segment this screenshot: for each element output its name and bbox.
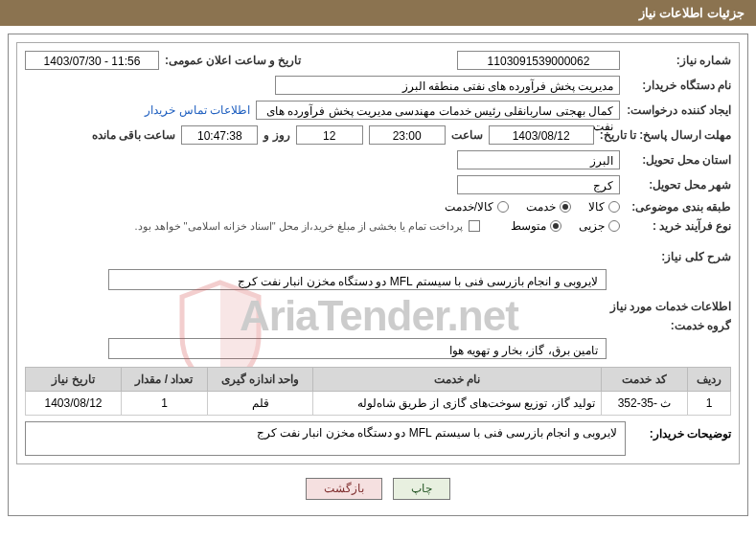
buyer-contact-link[interactable]: اطلاعات تماس خریدار <box>145 103 250 117</box>
services-section-title: اطلاعات خدمات مورد نیاز <box>25 300 731 313</box>
page-title: جزئیات اطلاعات نیاز <box>639 6 745 20</box>
cell-unit: قلم <box>208 392 313 416</box>
time-label: ساعت <box>451 128 483 142</box>
radio-circle-icon <box>497 201 509 213</box>
th-qty: تعداد / مقدار <box>122 368 208 392</box>
general-desc-label: شرح کلی نیاز: <box>626 250 731 263</box>
announce-datetime-value: 1403/07/30 - 11:56 <box>25 51 159 70</box>
radio-service-label: خدمت <box>526 200 556 214</box>
th-unit: واحد اندازه گیری <box>208 368 313 392</box>
row-general-desc: شرح کلی نیاز: <box>25 250 731 263</box>
province-label: استان محل تحویل: <box>626 153 731 167</box>
back-button[interactable]: بازگشت <box>306 478 382 500</box>
payment-note: پرداخت تمام یا بخشی از مبلغ خرید،از محل … <box>134 220 463 233</box>
print-button[interactable]: چاپ <box>393 478 450 500</box>
purchase-type-label: نوع فرآیند خرید : <box>626 219 731 233</box>
deadline-label: مهلت ارسال پاسخ: تا تاریخ: <box>600 128 731 142</box>
radio-medium[interactable]: متوسط <box>511 219 561 233</box>
services-table-wrap: ردیف کد خدمت نام خدمت واحد اندازه گیری ت… <box>25 367 731 416</box>
table-header-row: ردیف کد خدمت نام خدمت واحد اندازه گیری ت… <box>26 368 731 392</box>
main-panel: شماره نیاز: 1103091539000062 تاریخ و ساع… <box>16 42 740 464</box>
service-group-label: گروه خدمت: <box>626 319 731 332</box>
announce-datetime-label: تاریخ و ساعت اعلان عمومی: <box>165 54 301 67</box>
general-desc-box: لایروبی و انجام بازرسی فنی با سیستم MFL … <box>108 269 607 290</box>
buyer-org-value: مدیریت پخش فرآورده های نفتی منطقه البرز <box>275 76 620 95</box>
buyer-org-label: نام دستگاه خریدار: <box>626 79 731 92</box>
radio-medium-label: متوسط <box>511 219 546 233</box>
services-table: ردیف کد خدمت نام خدمت واحد اندازه گیری ت… <box>25 367 731 416</box>
requester-label: ایجاد کننده درخواست: <box>626 103 731 117</box>
radio-circle-icon <box>560 201 571 213</box>
cell-code: ث -35-352 <box>602 392 688 416</box>
row-requester: ایجاد کننده درخواست: کمال بهجتی ساربانقل… <box>25 101 731 120</box>
page-header: جزئیات اطلاعات نیاز <box>0 0 756 26</box>
buyer-remarks-box: لایروبی و انجام بازرسی فنی با سیستم MFL … <box>25 421 626 456</box>
radio-circle-icon <box>608 220 620 232</box>
days-and-label: روز و <box>263 128 289 142</box>
city-value: کرج <box>457 175 620 194</box>
row-category: طبقه بندی موضوعی: کالا خدمت کالا/خدمت <box>25 200 731 214</box>
radio-goods[interactable]: کالا <box>588 200 620 214</box>
payment-checkbox[interactable] <box>469 220 480 232</box>
row-province: استان محل تحویل: البرز <box>25 150 731 169</box>
th-row: ردیف <box>688 368 731 392</box>
th-date: تاریخ نیاز <box>26 368 122 392</box>
row-need-number: شماره نیاز: 1103091539000062 تاریخ و ساع… <box>25 51 731 70</box>
remaining-label: ساعت باقی مانده <box>92 128 176 142</box>
purchase-type-radio-group: جزیی متوسط <box>511 219 620 233</box>
city-label: شهر محل تحویل: <box>626 178 731 192</box>
cell-qty: 1 <box>122 392 208 416</box>
category-radio-group: کالا خدمت کالا/خدمت <box>445 200 620 214</box>
row-purchase-type: نوع فرآیند خرید : جزیی متوسط پرداخت تمام… <box>25 219 731 233</box>
remaining-time-value: 10:47:38 <box>181 125 258 145</box>
row-buyer-remarks: توضیحات خریدار: لایروبی و انجام بازرسی ف… <box>25 421 731 456</box>
radio-minor[interactable]: جزیی <box>579 219 620 233</box>
radio-circle-icon <box>608 201 620 213</box>
radio-goods-label: کالا <box>588 200 605 214</box>
radio-both[interactable]: کالا/خدمت <box>445 200 509 214</box>
row-deadline: مهلت ارسال پاسخ: تا تاریخ: 1403/08/12 سا… <box>25 125 731 145</box>
outer-frame: شماره نیاز: 1103091539000062 تاریخ و ساع… <box>8 34 748 516</box>
row-city: شهر محل تحویل: کرج <box>25 175 731 194</box>
th-name: نام خدمت <box>313 368 602 392</box>
category-label: طبقه بندی موضوعی: <box>626 200 731 214</box>
service-group-box: تامین برق، گاز، بخار و تهویه هوا <box>108 338 607 359</box>
radio-circle-icon <box>550 220 561 232</box>
province-value: البرز <box>457 150 620 169</box>
cell-date: 1403/08/12 <box>26 392 122 416</box>
th-code: کد خدمت <box>602 368 688 392</box>
row-buyer-org: نام دستگاه خریدار: مدیریت پخش فرآورده ها… <box>25 76 731 95</box>
buyer-remarks-label: توضیحات خریدار: <box>626 421 731 440</box>
deadline-date-value: 1403/08/12 <box>489 125 594 145</box>
need-number-label: شماره نیاز: <box>626 54 731 67</box>
requester-value: کمال بهجتی ساربانقلی رئیس خدمات مهندسی م… <box>256 101 620 120</box>
days-count-value: 12 <box>296 125 363 145</box>
cell-row: 1 <box>688 392 731 416</box>
radio-both-label: کالا/خدمت <box>445 200 493 214</box>
radio-service[interactable]: خدمت <box>526 200 571 214</box>
radio-minor-label: جزیی <box>579 219 605 233</box>
row-service-group: گروه خدمت: <box>25 319 731 332</box>
radio-dot-icon <box>562 204 568 210</box>
cell-name: تولید گاز، توزیع سوخت‌های گازی از طریق ش… <box>313 392 602 416</box>
need-number-value: 1103091539000062 <box>457 51 620 70</box>
buttons-row: چاپ بازگشت <box>24 478 732 500</box>
table-row: 1 ث -35-352 تولید گاز، توزیع سوخت‌های گا… <box>26 392 731 416</box>
radio-dot-icon <box>553 223 559 229</box>
deadline-time-value: 23:00 <box>369 125 446 145</box>
